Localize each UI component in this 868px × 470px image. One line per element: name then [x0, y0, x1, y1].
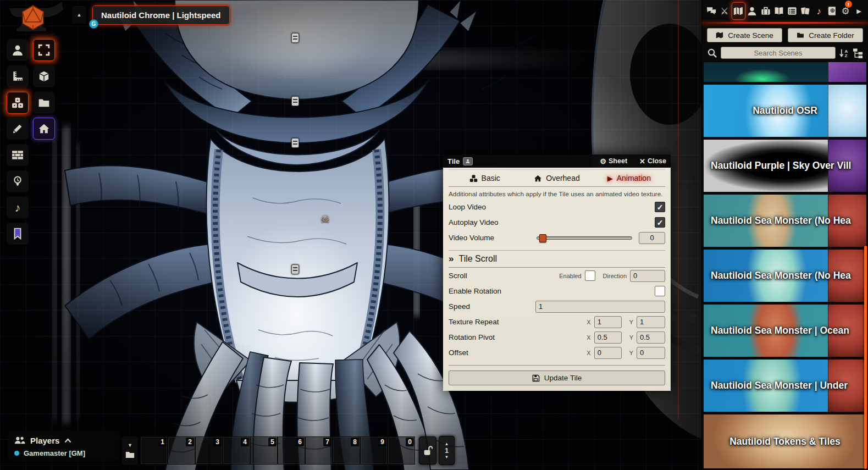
sidebar-tab-combat[interactable]: ⚔: [718, 2, 731, 20]
animation-hint: Additional attributes which apply if the…: [449, 190, 665, 198]
tool-drawings[interactable]: [7, 118, 29, 140]
hotbar-slot[interactable]: 0: [388, 436, 415, 465]
texture-repeat-x-input[interactable]: [594, 316, 622, 328]
tool-token-controls[interactable]: [7, 39, 29, 61]
scene-item[interactable]: Nautiloid Sea Monster (No Hea: [703, 194, 867, 247]
scene-nav-collapse-button[interactable]: ▲: [71, 5, 87, 24]
subtool-place-tile[interactable]: [33, 65, 55, 87]
volume-slider[interactable]: [537, 236, 632, 240]
sidebar-tab-journal[interactable]: [772, 2, 785, 20]
scene-item[interactable]: Nautiloid Tokens & Tiles: [703, 414, 867, 469]
volume-slider-thumb[interactable]: [539, 234, 546, 242]
active-scene-nav-item[interactable]: Nautiloid Chrome | Lightspeed G: [92, 5, 230, 25]
skull-note-icon[interactable]: ☠: [320, 213, 330, 225]
tab-basic[interactable]: Basic: [449, 174, 521, 183]
door-control-icon[interactable]: [291, 264, 299, 274]
speed-input[interactable]: [535, 301, 665, 313]
door-control-icon[interactable]: [291, 96, 299, 106]
tab-overhead[interactable]: Overhead: [521, 174, 593, 183]
tool-tiles[interactable]: [7, 92, 29, 114]
texture-repeat-y-input[interactable]: [637, 316, 665, 328]
sidebar-tab-actors[interactable]: [746, 2, 759, 20]
loop-video-checkbox[interactable]: [655, 202, 665, 212]
hotbar-slot[interactable]: 2: [168, 436, 195, 465]
scene-nav-label: Nautiloid Chrome | Lightspeed: [101, 10, 221, 20]
subtool-tile-browser[interactable]: [33, 92, 55, 114]
user-icon: [12, 44, 24, 56]
create-scene-button[interactable]: Create Scene: [707, 28, 782, 42]
scene-name: Nautiloid Sea Monster (No Hea: [704, 195, 866, 247]
offset-y-input[interactable]: [637, 347, 665, 359]
hotbar-slot[interactable]: 1: [140, 436, 168, 465]
hotbar-slot[interactable]: 7: [305, 436, 333, 465]
door-control-icon[interactable]: [291, 33, 299, 43]
hotbar-page-control[interactable]: ▲ 1 ▼: [439, 436, 455, 465]
sidebar-tab-tables[interactable]: [786, 2, 799, 20]
subtool-foreground-toggle[interactable]: [33, 118, 55, 140]
scene-item[interactable]: Nautiloid Purple | Sky Over Vill: [703, 139, 867, 192]
speed-row: Speed: [449, 299, 665, 314]
sidebar-tab-chat[interactable]: [705, 2, 717, 20]
create-folder-button[interactable]: Create Folder: [788, 28, 863, 42]
sidebar-tab-settings[interactable]: ⚙ !: [839, 2, 852, 20]
rotation-pivot-y-input[interactable]: [637, 331, 665, 344]
update-tile-button[interactable]: Update Tile: [449, 371, 665, 385]
scene-item[interactable]: Nautiloid Sea Monster (No Hea: [703, 249, 867, 302]
scene-item[interactable]: [703, 62, 867, 82]
search-scenes-input[interactable]: [721, 47, 836, 59]
tool-measurement[interactable]: [7, 65, 29, 87]
home-icon: [534, 174, 542, 183]
volume-value-input[interactable]: [639, 232, 665, 244]
cubes-icon: [469, 174, 478, 183]
scene-item[interactable]: Nautiloid Sea Monster | Ocean: [703, 304, 867, 357]
macro-hotbar: 1 2 3 4 5 6 7 8 9 0: [140, 436, 415, 465]
players-header[interactable]: Players: [14, 433, 113, 447]
tool-lighting[interactable]: [7, 170, 29, 192]
play-icon: ▶: [607, 174, 613, 183]
direction-input[interactable]: [630, 270, 665, 282]
sheet-config-button[interactable]: ⚙ Sheet: [600, 157, 627, 165]
sidebar-tab-cards[interactable]: [799, 2, 812, 20]
tab-animation[interactable]: ▶ Animation: [593, 174, 665, 183]
sidebar-collapse-button[interactable]: ▶: [853, 2, 865, 20]
hotbar-slot[interactable]: 4: [223, 436, 250, 465]
tool-sounds[interactable]: ♪: [7, 196, 29, 218]
comments-icon: [706, 6, 716, 16]
folder-tree-icon[interactable]: [853, 48, 863, 58]
close-button[interactable]: ✕ Close: [639, 157, 666, 165]
hotbar-slot[interactable]: 8: [333, 436, 360, 465]
macro-directory-button[interactable]: ▼: [121, 436, 139, 465]
autoplay-video-checkbox[interactable]: [655, 217, 665, 228]
scene-name: Nautiloid Sea Monster | Ocean: [704, 305, 866, 357]
subtool-select-tile[interactable]: [33, 39, 55, 61]
hotbar-slot[interactable]: 9: [360, 436, 388, 465]
offset-x-input[interactable]: [594, 347, 622, 359]
wall-line: [678, 0, 679, 419]
scroll-enabled-checkbox[interactable]: [585, 270, 595, 281]
page-down-icon[interactable]: ▼: [445, 455, 449, 460]
hotbar-slot[interactable]: 5: [250, 436, 278, 465]
sidebar-tab-items[interactable]: [759, 2, 772, 20]
enable-rotation-label: Enable Rotation: [449, 287, 535, 295]
door-control-icon[interactable]: [291, 138, 299, 148]
dialog-tabs: Basic Overhead ▶ Animation: [449, 169, 665, 187]
enable-rotation-checkbox[interactable]: [655, 286, 665, 296]
players-panel[interactable]: Players Gamemaster [GM]: [8, 430, 120, 461]
tool-notes[interactable]: [7, 223, 29, 245]
scene-item[interactable]: Nautiloid OSR: [703, 84, 867, 137]
rotation-pivot-x-input[interactable]: [594, 331, 622, 344]
document-id-icon[interactable]: [463, 157, 473, 165]
hotbar-slot[interactable]: 6: [278, 436, 305, 465]
sidebar-tab-compendium[interactable]: [826, 2, 838, 20]
page-up-icon[interactable]: ▲: [445, 441, 449, 446]
dialog-titlebar[interactable]: Tile ⚙ Sheet ✕ Close: [443, 154, 671, 168]
scene-list-scrollbar[interactable]: [864, 246, 867, 469]
sidebar-tab-scenes[interactable]: [732, 2, 745, 20]
sidebar-tab-playlists[interactable]: ♪: [812, 2, 825, 20]
sort-alpha-down-icon[interactable]: AZ: [839, 48, 849, 58]
scene-item[interactable]: Nautiloid Sea Monster | Under: [703, 359, 867, 412]
hotbar-lock-button[interactable]: [419, 436, 436, 465]
tool-walls[interactable]: [7, 144, 29, 166]
speed-label: Speed: [449, 302, 535, 311]
hotbar-slot[interactable]: 3: [195, 436, 223, 465]
